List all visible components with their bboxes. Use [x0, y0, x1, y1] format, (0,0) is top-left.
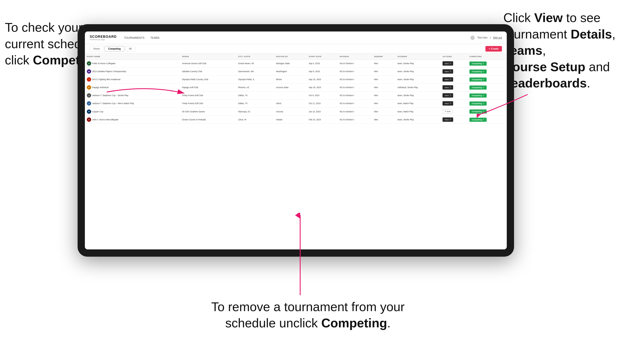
- event-name-text: John A. Burns Intercollegiate: [92, 118, 118, 121]
- cell-hosted-by: Washington: [274, 68, 307, 76]
- cell-actions: View ⓘ: [440, 100, 467, 108]
- nav-bar: SCOREBOARD Powered by clippi TOURNAMENTS…: [85, 31, 507, 44]
- view-button[interactable]: View ⓘ: [442, 117, 453, 122]
- annotation-tr-leaderboards: Leaderboards: [503, 76, 587, 90]
- cell-division: NCAA Division I: [338, 100, 372, 108]
- cell-start-date: Sep 18, 2023: [307, 84, 338, 92]
- cell-start-date: Oct 11, 2023: [307, 100, 338, 108]
- view-button[interactable]: View ⓘ: [442, 77, 453, 82]
- col-scoring: SCORING: [396, 54, 441, 60]
- team-logo: S: [87, 61, 91, 66]
- cell-event-name: ACopper Cup: [85, 108, 180, 116]
- view-button[interactable]: View ⓘ: [442, 93, 453, 98]
- annotation-tr-course: Course Setup: [503, 60, 585, 74]
- cell-event-name: SFolds of Honor Collegiate: [85, 60, 180, 68]
- nav-links: TOURNAMENTS TEAMS: [124, 35, 470, 40]
- cell-scoring: team, Match Play: [396, 108, 441, 116]
- annotation-bottom-bold: Competing: [321, 316, 387, 330]
- event-name-text: OFCC Fighting Illini Invitational: [92, 78, 120, 81]
- edit-button[interactable]: ✎ Edit: [442, 109, 452, 114]
- annotation-tr-comma1: ,: [612, 27, 616, 41]
- table-header: EVENT NAME VENUE CITY, STATE HOSTED BY S…: [85, 54, 507, 60]
- cell-division: NCAA Division I: [338, 108, 372, 116]
- filter-tab-competing[interactable]: Competing: [104, 46, 124, 52]
- cell-division: NCAA Division I: [338, 60, 372, 68]
- cell-hosted-by: [274, 92, 307, 100]
- team-logo: P: [87, 85, 91, 90]
- cell-scoring: team, Stroke Play: [396, 116, 441, 124]
- cell-hosted-by: Arizona State: [274, 84, 307, 92]
- cell-scoring: team, Stroke Play: [396, 68, 441, 76]
- cell-start-date: Jan 14, 2024: [307, 108, 338, 116]
- cell-venue: Ak-Chin Southern Dunes: [180, 108, 236, 116]
- cell-actions: View ⓘ: [440, 84, 467, 92]
- cell-actions: View ⓘ: [440, 92, 467, 100]
- competing-button[interactable]: Competing ✓: [470, 77, 487, 82]
- annotation-bottom-period: .: [387, 316, 390, 330]
- competing-button[interactable]: Competing ✓: [470, 69, 487, 74]
- annotation-bottom: To remove a tournament from your schedul…: [199, 299, 417, 332]
- cell-city-state: Grand Haven, MI: [236, 60, 274, 68]
- arrow-right: [477, 92, 530, 121]
- annotation-tr-and: and: [585, 60, 610, 74]
- filter-tab-home[interactable]: Home: [90, 46, 104, 52]
- cell-division: NCAA Division I: [338, 84, 372, 92]
- nav-user-name: Test User: [477, 36, 487, 39]
- nav-link-teams[interactable]: TEAMS: [150, 35, 160, 40]
- cell-start-date: Sep 4, 2023: [307, 60, 338, 68]
- col-division: DIVISION: [338, 54, 372, 60]
- cell-competing: Competing ✓: [468, 84, 507, 92]
- cell-division: NCAA Division I: [338, 76, 372, 84]
- table-row: HJohn A. Burns IntercollegiateOcean Cour…: [85, 116, 507, 124]
- annotation-tr-details: Details: [571, 27, 612, 41]
- nav-logo-sub: Powered by clippi: [90, 38, 117, 41]
- cell-city-state: Phoenix, AZ: [236, 84, 274, 92]
- col-gender: GENDER: [372, 54, 396, 60]
- filter-tab-all[interactable]: All: [125, 46, 135, 52]
- cell-actions: ✎ Edit: [440, 108, 467, 116]
- competing-button[interactable]: Competing ✓: [470, 61, 487, 66]
- create-button[interactable]: + Create: [486, 46, 502, 52]
- cell-division: NCAA Division I: [338, 116, 372, 124]
- sign-out-link[interactable]: Sign out: [493, 36, 502, 39]
- cell-hosted-by: ABAC: [274, 100, 307, 108]
- arrow-bottom: [295, 213, 305, 295]
- team-logo: A: [87, 109, 91, 114]
- col-actions: ACTIONS: [440, 54, 467, 60]
- cell-venue: Ocean Course At Hokuala: [180, 116, 236, 124]
- view-button[interactable]: View ⓘ: [442, 61, 453, 66]
- annotation-tr-end: .: [587, 76, 590, 90]
- team-logo: J: [87, 101, 91, 106]
- nav-separator: |: [490, 36, 491, 39]
- cell-actions: View ⓘ: [440, 68, 467, 76]
- cell-start-date: Sep 9, 2023: [307, 68, 338, 76]
- event-name-text: 2023 Sahalee Players Championship: [92, 70, 126, 73]
- col-hosted-by: HOSTED BY: [274, 54, 307, 60]
- team-logo: W: [87, 69, 91, 74]
- table-row: SFolds of Honor CollegiateAmerican Dunes…: [85, 60, 507, 68]
- view-button[interactable]: View ⓘ: [442, 101, 453, 106]
- cell-competing: Competing ✓: [468, 68, 507, 76]
- cell-hosted-by: Illinois: [274, 76, 307, 84]
- cell-division: NCAA Division I: [338, 92, 372, 100]
- arrow-left: [104, 82, 189, 102]
- cell-city-state: Dallas, TX: [236, 92, 274, 100]
- cell-scoring: individual, Stroke Play: [396, 84, 441, 92]
- user-icon: [470, 36, 475, 40]
- view-button[interactable]: View ⓘ: [442, 85, 453, 90]
- cell-hosted-by: Michigan State: [274, 60, 307, 68]
- nav-logo: SCOREBOARD Powered by clippi: [90, 35, 117, 41]
- cell-city-state: Lihue, HI: [236, 116, 274, 124]
- view-button[interactable]: View ⓘ: [442, 69, 453, 74]
- team-logo: I: [87, 77, 91, 82]
- cell-competing: Competing ✓: [468, 60, 507, 68]
- team-logo: J: [87, 93, 91, 98]
- cell-gender: Men: [372, 100, 396, 108]
- filter-bar: Home Competing All + Create: [85, 44, 507, 54]
- competing-button[interactable]: Competing ✓: [470, 85, 487, 90]
- table-row: W2023 Sahalee Players ChampionshipSahale…: [85, 68, 507, 76]
- event-name-text: Folds of Honor Collegiate: [92, 62, 116, 65]
- nav-link-tournaments[interactable]: TOURNAMENTS: [124, 35, 144, 40]
- col-start-date: START DATE: [307, 54, 338, 60]
- cell-venue: American Dunes Golf Club: [180, 60, 236, 68]
